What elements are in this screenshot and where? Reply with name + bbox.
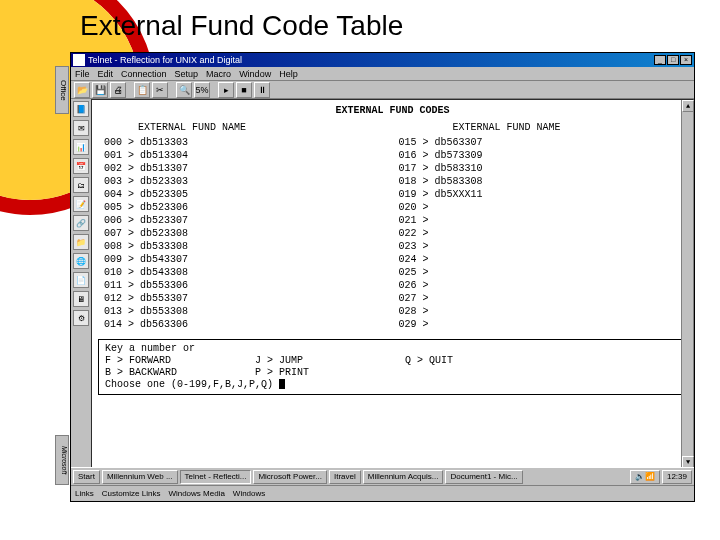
fund-row: 021 > — [393, 214, 688, 227]
prompt-forward: F > FORWARD — [105, 355, 255, 367]
link-item[interactable]: Windows Media — [168, 489, 224, 498]
fund-list-left: 000 > db513303 001 > db513304 002 > db51… — [98, 136, 393, 331]
fund-row: 007 > db523308 — [98, 227, 393, 240]
fund-row: 024 > — [393, 253, 688, 266]
paste-icon[interactable]: 📋 — [134, 82, 150, 98]
tray-icons[interactable]: 🔊📶 — [630, 470, 660, 484]
print-icon[interactable]: 🖨 — [110, 82, 126, 98]
side-icon[interactable]: 📊 — [73, 139, 89, 155]
minimize-button[interactable]: _ — [654, 55, 666, 65]
fund-row: 022 > — [393, 227, 688, 240]
prompt-jump: J > JUMP — [255, 355, 405, 367]
side-icon[interactable]: 📘 — [73, 101, 89, 117]
fund-row: 009 > db543307 — [98, 253, 393, 266]
stop-icon[interactable]: ■ — [236, 82, 252, 98]
zoom-icon[interactable]: 🔍 — [176, 82, 192, 98]
fund-row: 008 > db533308 — [98, 240, 393, 253]
fund-row: 003 > db523303 — [98, 175, 393, 188]
taskbar-item[interactable]: Document1 - Mic... — [445, 470, 522, 484]
maximize-button[interactable]: □ — [667, 55, 679, 65]
clock: 12:39 — [662, 470, 692, 484]
scroll-up-icon[interactable]: ▲ — [682, 100, 694, 112]
taskbar-item[interactable]: Telnet - Reflecti... — [180, 470, 252, 484]
start-button[interactable]: Start — [73, 470, 100, 484]
save-icon[interactable]: 💾 — [92, 82, 108, 98]
prompt-box: Key a number or F > FORWARD J > JUMP Q >… — [98, 339, 687, 395]
col-header-left: EXTERNAL FUND NAME — [98, 121, 393, 134]
scrollbar[interactable]: ▲ ▼ — [681, 100, 693, 468]
telnet-window: Telnet - Reflection for UNIX and Digital… — [70, 52, 695, 502]
side-icon[interactable]: 📄 — [73, 272, 89, 288]
fund-row: 020 > — [393, 201, 688, 214]
prompt-quit: Q > QUIT — [405, 355, 453, 367]
fund-row: 029 > — [393, 318, 688, 331]
fund-row: 014 > db563306 — [98, 318, 393, 331]
window-title: Telnet - Reflection for UNIX and Digital — [88, 55, 653, 65]
fund-row: 023 > — [393, 240, 688, 253]
pause-icon[interactable]: ⏸ — [254, 82, 270, 98]
fund-row: 026 > — [393, 279, 688, 292]
menu-help[interactable]: Help — [279, 69, 298, 79]
taskbar-item[interactable]: Microsoft Power... — [253, 470, 327, 484]
toolbar: 📂 💾 🖨 📋 ✂ 🔍 5% ▸ ■ ⏸ — [71, 81, 694, 99]
fund-row: 017 > db583310 — [393, 162, 688, 175]
link-item[interactable]: Customize Links — [102, 489, 161, 498]
fund-row: 005 > db523306 — [98, 201, 393, 214]
titlebar[interactable]: Telnet - Reflection for UNIX and Digital… — [71, 53, 694, 67]
fund-row: 012 > db553307 — [98, 292, 393, 305]
cursor — [279, 379, 285, 389]
side-icon[interactable]: ⚙ — [73, 310, 89, 326]
fund-row: 002 > db513307 — [98, 162, 393, 175]
side-icon[interactable]: 📅 — [73, 158, 89, 174]
menu-setup[interactable]: Setup — [175, 69, 199, 79]
terminal-area[interactable]: ▲ ▼ EXTERNAL FUND CODES EXTERNAL FUND NA… — [91, 99, 694, 469]
prompt-backward: B > BACKWARD — [105, 367, 255, 379]
fund-row: 015 > db563307 — [393, 136, 688, 149]
menubar: File Edit Connection Setup Macro Window … — [71, 67, 694, 81]
link-item[interactable]: Windows — [233, 489, 265, 498]
fund-row: 010 > db543308 — [98, 266, 393, 279]
links-label: Links — [75, 489, 94, 498]
slide-title: External Fund Code Table — [80, 10, 403, 42]
open-icon[interactable]: 📂 — [74, 82, 90, 98]
app-icon — [73, 54, 85, 66]
menu-connection[interactable]: Connection — [121, 69, 167, 79]
taskbar-item[interactable]: Itravel — [329, 470, 361, 484]
screen-title: EXTERNAL FUND CODES — [98, 104, 687, 117]
fund-row: 004 > db523305 — [98, 188, 393, 201]
fund-row: 000 > db513303 — [98, 136, 393, 149]
fund-row: 001 > db513304 — [98, 149, 393, 162]
taskbar-item[interactable]: Millennium Web ... — [102, 470, 178, 484]
microsoft-shortcut-bar[interactable]: Microsoft — [55, 435, 69, 485]
menu-window[interactable]: Window — [239, 69, 271, 79]
fund-row: 006 > db523307 — [98, 214, 393, 227]
fund-row: 019 > db5XXX11 — [393, 188, 688, 201]
fund-list-right: 015 > db563307 016 > db573309 017 > db58… — [393, 136, 688, 331]
menu-macro[interactable]: Macro — [206, 69, 231, 79]
col-header-right: EXTERNAL FUND NAME — [393, 121, 688, 134]
taskbar: Start Millennium Web ... Telnet - Reflec… — [71, 467, 694, 485]
side-icon[interactable]: 🗂 — [73, 177, 89, 193]
side-icon[interactable]: 📝 — [73, 196, 89, 212]
play-icon[interactable]: ▸ — [218, 82, 234, 98]
taskbar-item[interactable]: Millennium Acquis... — [363, 470, 444, 484]
close-button[interactable]: × — [680, 55, 692, 65]
links-bar: Links Customize Links Windows Media Wind… — [71, 485, 694, 501]
fund-row: 028 > — [393, 305, 688, 318]
zoom-level[interactable]: 5% — [194, 82, 210, 98]
menu-file[interactable]: File — [75, 69, 90, 79]
side-icon[interactable]: 📁 — [73, 234, 89, 250]
fund-row: 016 > db573309 — [393, 149, 688, 162]
side-icon[interactable]: ✉ — [73, 120, 89, 136]
side-icon-bar: 📘 ✉ 📊 📅 🗂 📝 🔗 📁 🌐 📄 🖥 ⚙ — [71, 99, 91, 469]
side-icon[interactable]: 🔗 — [73, 215, 89, 231]
prompt-print: P > PRINT — [255, 367, 309, 379]
side-icon[interactable]: 🌐 — [73, 253, 89, 269]
prompt-choose: Choose one (0-199,F,B,J,P,Q) — [105, 379, 273, 390]
menu-edit[interactable]: Edit — [98, 69, 114, 79]
cut-icon[interactable]: ✂ — [152, 82, 168, 98]
office-shortcut-bar[interactable]: Office — [55, 66, 69, 114]
fund-row: 018 > db583308 — [393, 175, 688, 188]
side-icon[interactable]: 🖥 — [73, 291, 89, 307]
fund-row: 013 > db553308 — [98, 305, 393, 318]
